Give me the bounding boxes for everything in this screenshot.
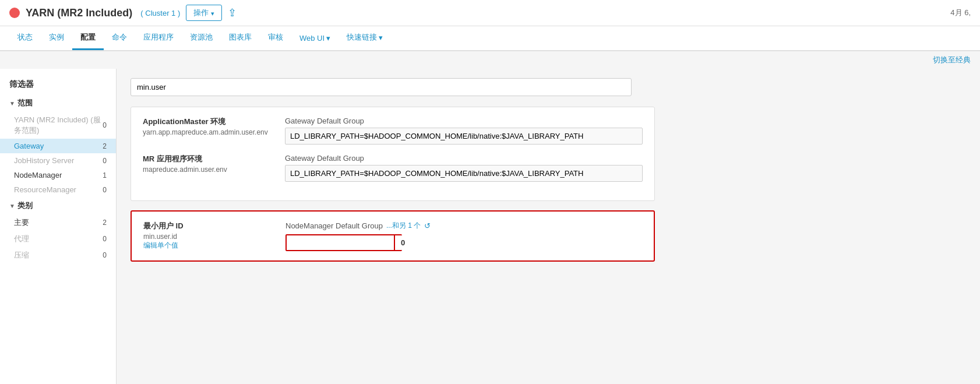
config-highlighted-section: 最小用户 ID min.user.id 编辑单个值 NodeManager De… bbox=[131, 210, 655, 262]
export-icon[interactable]: ⇪ bbox=[228, 6, 237, 19]
config-label-col-highlighted: 最小用户 ID min.user.id 编辑单个值 bbox=[143, 221, 272, 251]
config-value-col-1: Gateway Default Group bbox=[285, 154, 643, 182]
config-label-col-1: MR 应用程序环境 mapreduce.admin.user.env bbox=[143, 154, 271, 174]
action-dropdown-arrow bbox=[211, 9, 214, 17]
tab-quicklinks[interactable]: 快速链接 ▾ bbox=[339, 26, 391, 50]
nm-more-link[interactable]: ...和另 1 个 bbox=[386, 221, 421, 231]
scope-section-title[interactable]: ▼ 范围 bbox=[0, 94, 116, 112]
config-sublabel-1: mapreduce.admin.user.env bbox=[143, 165, 271, 174]
nm-input-row: 0 bbox=[285, 234, 402, 251]
config-main-section: ApplicationMaster 环境 yarn.app.mapreduce.… bbox=[131, 107, 655, 201]
tab-chart[interactable]: 图表库 bbox=[221, 26, 260, 50]
quicklinks-dropdown-arrow: ▾ bbox=[379, 33, 383, 42]
nm-group-header: NodeManager Default Group ...和另 1 个 ↺ bbox=[285, 221, 642, 231]
tab-status[interactable]: 状态 bbox=[9, 26, 41, 50]
category-section-title[interactable]: ▼ 类别 bbox=[0, 197, 116, 214]
config-row-minuserid: 最小用户 ID min.user.id 编辑单个值 NodeManager De… bbox=[143, 221, 642, 251]
edit-single-value-link[interactable]: 编辑单个值 bbox=[143, 241, 178, 249]
app-header: YARN (MR2 Included) ( Cluster 1 ) 操作 ⇪ 4… bbox=[0, 0, 980, 26]
category-chevron: ▼ bbox=[9, 203, 15, 209]
tab-app[interactable]: 应用程序 bbox=[135, 26, 182, 50]
sidebar-heading: 筛选器 bbox=[0, 76, 116, 94]
header-date: 4月 6, bbox=[950, 8, 971, 18]
nm-input-right: 0 bbox=[394, 235, 411, 250]
webui-dropdown-arrow: ▾ bbox=[326, 34, 330, 43]
sidebar-item-gateway[interactable]: Gateway 2 bbox=[0, 139, 116, 153]
config-row-appmaster: ApplicationMaster 环境 yarn.app.mapreduce.… bbox=[143, 117, 643, 145]
sidebar-item-compress[interactable]: 压缩 0 bbox=[0, 247, 116, 263]
config-label-highlighted: 最小用户 ID bbox=[143, 221, 272, 231]
service-status-icon bbox=[9, 8, 20, 18]
config-sublabel-highlighted: min.user.id bbox=[143, 232, 272, 241]
scope-chevron: ▼ bbox=[9, 100, 15, 107]
config-label-1: MR 应用程序环境 bbox=[143, 154, 271, 164]
config-value-col-0: Gateway Default Group bbox=[285, 117, 643, 145]
sidebar-item-resourcemanager[interactable]: ResourceManager 0 bbox=[0, 182, 116, 197]
nav-tabs: 状态 实例 配置 命令 应用程序 资源池 图表库 审核 Web UI ▾ 快速链… bbox=[0, 26, 980, 51]
cluster-label: ( Cluster 1 ) bbox=[140, 9, 180, 17]
nm-group-label: NodeManager Default Group bbox=[285, 221, 383, 230]
tab-config[interactable]: 配置 bbox=[72, 26, 104, 50]
config-input-0[interactable] bbox=[285, 128, 643, 145]
search-input[interactable] bbox=[131, 78, 632, 96]
config-content: ApplicationMaster 环境 yarn.app.mapreduce.… bbox=[117, 69, 980, 384]
search-bar bbox=[131, 78, 632, 96]
config-sublabel-0: yarn.app.mapreduce.am.admin.user.env bbox=[143, 128, 271, 136]
config-input-1[interactable] bbox=[285, 165, 643, 182]
main-layout: 筛选器 ▼ 范围 YARN (MR2 Included) (服务范围) 0 Ga… bbox=[0, 69, 980, 384]
switch-classic-link[interactable]: 切换至经典 bbox=[0, 51, 980, 69]
sidebar-item-jobhistory[interactable]: JobHistory Server 0 bbox=[0, 153, 116, 168]
tab-audit[interactable]: 审核 bbox=[260, 26, 291, 50]
tab-instance[interactable]: 实例 bbox=[41, 26, 72, 50]
tab-webui[interactable]: Web UI ▾ bbox=[291, 28, 339, 50]
config-row-mrapp: MR 应用程序环境 mapreduce.admin.user.env Gatew… bbox=[143, 154, 643, 182]
config-value-col-highlighted: NodeManager Default Group ...和另 1 个 ↺ 0 bbox=[285, 221, 642, 251]
sidebar-item-nodemanager[interactable]: NodeManager 1 bbox=[0, 168, 116, 182]
config-label-col-0: ApplicationMaster 环境 yarn.app.mapreduce.… bbox=[143, 117, 271, 136]
config-label-0: ApplicationMaster 环境 bbox=[143, 117, 271, 127]
sidebar-item-proxy[interactable]: 代理 0 bbox=[0, 231, 116, 247]
nm-refresh-icon[interactable]: ↺ bbox=[424, 221, 431, 230]
header-left: YARN (MR2 Included) ( Cluster 1 ) 操作 ⇪ bbox=[9, 5, 237, 21]
sidebar-item-service-scope[interactable]: YARN (MR2 Included) (服务范围) 0 bbox=[0, 112, 116, 139]
sidebar-item-main[interactable]: 主要 2 bbox=[0, 214, 116, 231]
config-group-1: Gateway Default Group bbox=[285, 154, 643, 163]
service-title: YARN (MR2 Included) bbox=[26, 7, 132, 19]
tab-command[interactable]: 命令 bbox=[104, 26, 135, 50]
config-group-0: Gateway Default Group bbox=[285, 117, 643, 125]
action-button[interactable]: 操作 bbox=[186, 5, 222, 21]
tab-resource[interactable]: 资源池 bbox=[182, 26, 221, 50]
sidebar: 筛选器 ▼ 范围 YARN (MR2 Included) (服务范围) 0 Ga… bbox=[0, 69, 117, 384]
nm-input-left[interactable] bbox=[287, 235, 394, 250]
